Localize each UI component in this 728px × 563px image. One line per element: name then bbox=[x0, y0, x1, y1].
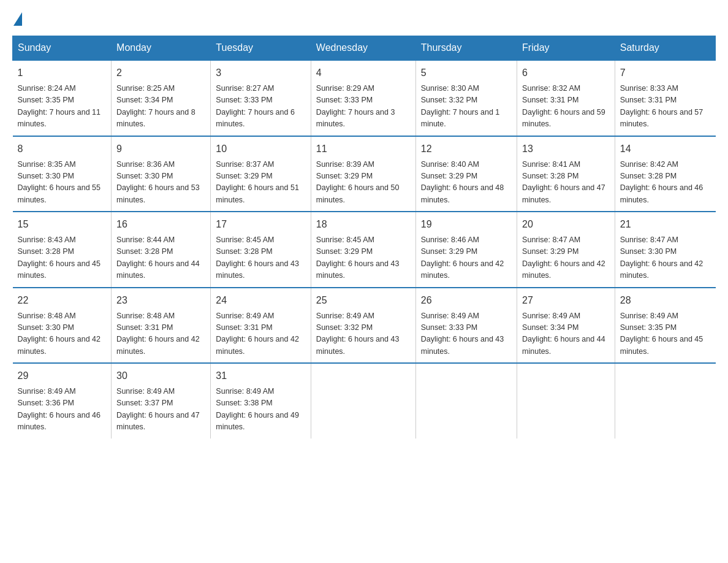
calendar-cell: 26Sunrise: 8:49 AMSunset: 3:33 PMDayligh… bbox=[415, 288, 517, 364]
day-number: 27 bbox=[522, 293, 610, 308]
day-number: 31 bbox=[216, 369, 305, 383]
day-number: 24 bbox=[216, 293, 305, 308]
day-info: Sunrise: 8:46 AMSunset: 3:29 PMDaylight:… bbox=[421, 234, 512, 282]
day-info: Sunrise: 8:42 AMSunset: 3:28 PMDaylight:… bbox=[620, 159, 711, 207]
day-info: Sunrise: 8:45 AMSunset: 3:28 PMDaylight:… bbox=[216, 234, 305, 282]
day-number: 16 bbox=[116, 217, 205, 232]
calendar-week-row: 22Sunrise: 8:48 AMSunset: 3:30 PMDayligh… bbox=[13, 288, 716, 364]
calendar-week-row: 15Sunrise: 8:43 AMSunset: 3:28 PMDayligh… bbox=[13, 212, 716, 288]
calendar-cell: 11Sunrise: 8:39 AMSunset: 3:29 PMDayligh… bbox=[311, 136, 415, 212]
calendar-week-row: 1Sunrise: 8:24 AMSunset: 3:35 PMDaylight… bbox=[13, 60, 716, 136]
calendar-cell bbox=[517, 363, 615, 439]
day-number: 14 bbox=[620, 142, 711, 156]
day-number: 21 bbox=[620, 217, 711, 232]
calendar-cell: 28Sunrise: 8:49 AMSunset: 3:35 PMDayligh… bbox=[615, 288, 715, 364]
calendar-cell: 4Sunrise: 8:29 AMSunset: 3:33 PMDaylight… bbox=[311, 60, 415, 136]
column-header-monday: Monday bbox=[112, 36, 211, 61]
page-header bbox=[12, 12, 716, 23]
day-number: 2 bbox=[116, 66, 205, 80]
day-info: Sunrise: 8:37 AMSunset: 3:29 PMDaylight:… bbox=[216, 159, 305, 207]
day-info: Sunrise: 8:49 AMSunset: 3:33 PMDaylight:… bbox=[421, 310, 512, 358]
day-number: 15 bbox=[18, 217, 107, 232]
calendar-cell bbox=[415, 363, 517, 439]
calendar-cell bbox=[311, 363, 415, 439]
day-info: Sunrise: 8:47 AMSunset: 3:29 PMDaylight:… bbox=[522, 234, 610, 282]
day-number: 7 bbox=[620, 66, 711, 80]
day-number: 10 bbox=[216, 142, 305, 156]
calendar-cell: 6Sunrise: 8:32 AMSunset: 3:31 PMDaylight… bbox=[517, 60, 615, 136]
calendar-cell: 9Sunrise: 8:36 AMSunset: 3:30 PMDaylight… bbox=[112, 136, 211, 212]
day-number: 19 bbox=[421, 217, 512, 232]
day-info: Sunrise: 8:25 AMSunset: 3:34 PMDaylight:… bbox=[116, 83, 205, 131]
column-header-tuesday: Tuesday bbox=[211, 36, 311, 61]
day-info: Sunrise: 8:44 AMSunset: 3:28 PMDaylight:… bbox=[116, 234, 205, 282]
calendar-week-row: 29Sunrise: 8:49 AMSunset: 3:36 PMDayligh… bbox=[13, 363, 716, 439]
calendar-cell: 1Sunrise: 8:24 AMSunset: 3:35 PMDaylight… bbox=[13, 60, 112, 136]
day-number: 23 bbox=[116, 293, 205, 308]
calendar-cell: 30Sunrise: 8:49 AMSunset: 3:37 PMDayligh… bbox=[112, 363, 211, 439]
day-info: Sunrise: 8:36 AMSunset: 3:30 PMDaylight:… bbox=[116, 159, 205, 207]
column-header-saturday: Saturday bbox=[615, 36, 715, 61]
day-number: 22 bbox=[18, 293, 107, 308]
column-header-wednesday: Wednesday bbox=[311, 36, 415, 61]
calendar-table: SundayMondayTuesdayWednesdayThursdayFrid… bbox=[12, 36, 716, 439]
day-number: 1 bbox=[18, 66, 107, 80]
calendar-cell: 17Sunrise: 8:45 AMSunset: 3:28 PMDayligh… bbox=[211, 212, 311, 288]
calendar-cell: 22Sunrise: 8:48 AMSunset: 3:30 PMDayligh… bbox=[13, 288, 112, 364]
day-info: Sunrise: 8:49 AMSunset: 3:38 PMDaylight:… bbox=[216, 386, 305, 434]
day-number: 3 bbox=[216, 66, 305, 80]
day-info: Sunrise: 8:35 AMSunset: 3:30 PMDaylight:… bbox=[18, 159, 107, 207]
logo-text bbox=[12, 12, 23, 26]
day-number: 8 bbox=[18, 142, 107, 156]
day-number: 12 bbox=[421, 142, 512, 156]
day-number: 25 bbox=[316, 293, 411, 308]
calendar-cell: 8Sunrise: 8:35 AMSunset: 3:30 PMDaylight… bbox=[13, 136, 112, 212]
day-info: Sunrise: 8:30 AMSunset: 3:32 PMDaylight:… bbox=[421, 83, 512, 131]
column-header-thursday: Thursday bbox=[415, 36, 517, 61]
day-info: Sunrise: 8:48 AMSunset: 3:30 PMDaylight:… bbox=[18, 310, 107, 358]
calendar-cell: 16Sunrise: 8:44 AMSunset: 3:28 PMDayligh… bbox=[112, 212, 211, 288]
day-info: Sunrise: 8:24 AMSunset: 3:35 PMDaylight:… bbox=[18, 83, 107, 131]
day-info: Sunrise: 8:49 AMSunset: 3:34 PMDaylight:… bbox=[522, 310, 610, 358]
day-number: 5 bbox=[421, 66, 512, 80]
day-number: 17 bbox=[216, 217, 305, 232]
day-number: 20 bbox=[522, 217, 610, 232]
day-number: 26 bbox=[421, 293, 512, 308]
column-header-sunday: Sunday bbox=[13, 36, 112, 61]
day-info: Sunrise: 8:41 AMSunset: 3:28 PMDaylight:… bbox=[522, 159, 610, 207]
day-info: Sunrise: 8:49 AMSunset: 3:32 PMDaylight:… bbox=[316, 310, 411, 358]
day-number: 6 bbox=[522, 66, 610, 80]
calendar-header-row: SundayMondayTuesdayWednesdayThursdayFrid… bbox=[13, 36, 716, 61]
day-info: Sunrise: 8:32 AMSunset: 3:31 PMDaylight:… bbox=[522, 83, 610, 131]
day-info: Sunrise: 8:40 AMSunset: 3:29 PMDaylight:… bbox=[421, 159, 512, 207]
day-info: Sunrise: 8:47 AMSunset: 3:30 PMDaylight:… bbox=[620, 234, 711, 282]
calendar-cell: 21Sunrise: 8:47 AMSunset: 3:30 PMDayligh… bbox=[615, 212, 715, 288]
calendar-week-row: 8Sunrise: 8:35 AMSunset: 3:30 PMDaylight… bbox=[13, 136, 716, 212]
logo bbox=[12, 12, 23, 23]
day-number: 29 bbox=[18, 369, 107, 383]
column-header-friday: Friday bbox=[517, 36, 615, 61]
calendar-cell: 23Sunrise: 8:48 AMSunset: 3:31 PMDayligh… bbox=[112, 288, 211, 364]
day-info: Sunrise: 8:29 AMSunset: 3:33 PMDaylight:… bbox=[316, 83, 411, 131]
day-info: Sunrise: 8:27 AMSunset: 3:33 PMDaylight:… bbox=[216, 83, 305, 131]
day-number: 30 bbox=[116, 369, 205, 383]
day-info: Sunrise: 8:45 AMSunset: 3:29 PMDaylight:… bbox=[316, 234, 411, 282]
day-number: 11 bbox=[316, 142, 411, 156]
calendar-cell: 5Sunrise: 8:30 AMSunset: 3:32 PMDaylight… bbox=[415, 60, 517, 136]
calendar-cell: 14Sunrise: 8:42 AMSunset: 3:28 PMDayligh… bbox=[615, 136, 715, 212]
calendar-cell: 25Sunrise: 8:49 AMSunset: 3:32 PMDayligh… bbox=[311, 288, 415, 364]
day-info: Sunrise: 8:49 AMSunset: 3:36 PMDaylight:… bbox=[18, 386, 107, 434]
calendar-cell bbox=[615, 363, 715, 439]
day-number: 4 bbox=[316, 66, 411, 80]
calendar-cell: 19Sunrise: 8:46 AMSunset: 3:29 PMDayligh… bbox=[415, 212, 517, 288]
day-info: Sunrise: 8:49 AMSunset: 3:35 PMDaylight:… bbox=[620, 310, 711, 358]
calendar-cell: 27Sunrise: 8:49 AMSunset: 3:34 PMDayligh… bbox=[517, 288, 615, 364]
calendar-cell: 12Sunrise: 8:40 AMSunset: 3:29 PMDayligh… bbox=[415, 136, 517, 212]
calendar-cell: 20Sunrise: 8:47 AMSunset: 3:29 PMDayligh… bbox=[517, 212, 615, 288]
calendar-cell: 15Sunrise: 8:43 AMSunset: 3:28 PMDayligh… bbox=[13, 212, 112, 288]
day-info: Sunrise: 8:39 AMSunset: 3:29 PMDaylight:… bbox=[316, 159, 411, 207]
calendar-cell: 29Sunrise: 8:49 AMSunset: 3:36 PMDayligh… bbox=[13, 363, 112, 439]
logo-triangle-icon bbox=[13, 12, 22, 26]
day-info: Sunrise: 8:48 AMSunset: 3:31 PMDaylight:… bbox=[116, 310, 205, 358]
day-info: Sunrise: 8:43 AMSunset: 3:28 PMDaylight:… bbox=[18, 234, 107, 282]
